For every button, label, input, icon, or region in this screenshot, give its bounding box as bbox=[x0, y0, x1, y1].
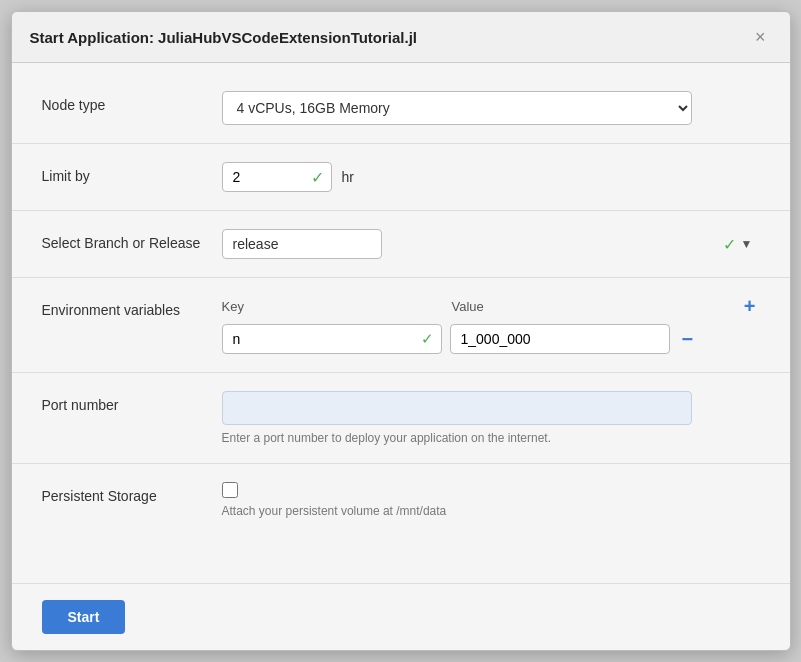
persistent-storage-checkbox[interactable] bbox=[222, 482, 238, 498]
branch-release-select[interactable]: release main bbox=[222, 229, 382, 259]
branch-release-label: Select Branch or Release bbox=[42, 229, 222, 251]
start-button[interactable]: Start bbox=[42, 600, 126, 634]
limit-input-wrap: ✓ bbox=[222, 162, 332, 192]
branch-select-wrap: release main ✓ ▼ bbox=[222, 229, 760, 259]
persistent-storage-row: Persistent Storage Attach your persisten… bbox=[12, 464, 790, 536]
env-key-input[interactable] bbox=[222, 324, 442, 354]
limit-check-icon: ✓ bbox=[311, 168, 324, 187]
limit-unit-label: hr bbox=[342, 169, 354, 185]
persistent-check-row bbox=[222, 482, 760, 498]
dialog-header: Start Application: JuliaHubVSCodeExtensi… bbox=[12, 12, 790, 63]
dialog-body: Node type 4 vCPUs, 16GB Memory2 vCPUs, 8… bbox=[12, 63, 790, 583]
env-remove-button[interactable]: − bbox=[678, 329, 698, 349]
env-key-wrap: ✓ bbox=[222, 324, 442, 354]
env-variables-row: Environment variables Key Value + ✓ bbox=[12, 278, 790, 373]
branch-arrow-icon: ▼ bbox=[741, 237, 753, 251]
env-key-check-icon: ✓ bbox=[421, 330, 434, 348]
env-variable-row: ✓ − bbox=[222, 324, 760, 354]
branch-release-row: Select Branch or Release release main ✓ … bbox=[12, 211, 790, 278]
dialog-title: Start Application: JuliaHubVSCodeExtensi… bbox=[30, 29, 418, 46]
env-variables-control: Key Value + ✓ − bbox=[222, 296, 760, 354]
persistent-storage-label: Persistent Storage bbox=[42, 482, 222, 504]
start-application-dialog: Start Application: JuliaHubVSCodeExtensi… bbox=[11, 11, 791, 651]
env-add-button[interactable]: + bbox=[740, 296, 760, 316]
persistent-row-inner: Attach your persistent volume at /mnt/da… bbox=[222, 482, 760, 518]
port-number-input[interactable] bbox=[222, 391, 692, 425]
limit-row-inner: ✓ hr bbox=[222, 162, 760, 192]
port-number-label: Port number bbox=[42, 391, 222, 413]
close-button[interactable]: × bbox=[749, 26, 772, 48]
limit-by-row: Limit by ✓ hr bbox=[12, 144, 790, 211]
env-value-input[interactable] bbox=[450, 324, 670, 354]
persistent-storage-control: Attach your persistent volume at /mnt/da… bbox=[222, 482, 760, 518]
env-col-key-header: Key bbox=[222, 299, 452, 314]
branch-release-control: release main ✓ ▼ bbox=[222, 229, 760, 259]
branch-check-icon: ✓ bbox=[723, 235, 736, 254]
dialog-footer: Start bbox=[12, 583, 790, 650]
limit-by-label: Limit by bbox=[42, 162, 222, 184]
port-number-row: Port number Enter a port number to deplo… bbox=[12, 373, 790, 464]
node-type-row: Node type 4 vCPUs, 16GB Memory2 vCPUs, 8… bbox=[12, 73, 790, 144]
env-col-value-header: Value bbox=[452, 299, 740, 314]
env-header-row: Key Value + bbox=[222, 296, 760, 316]
port-hint-text: Enter a port number to deploy your appli… bbox=[222, 431, 760, 445]
env-variables-label: Environment variables bbox=[42, 296, 222, 318]
port-number-control: Enter a port number to deploy your appli… bbox=[222, 391, 760, 445]
limit-by-control: ✓ hr bbox=[222, 162, 760, 192]
env-section: Key Value + ✓ − bbox=[222, 296, 760, 354]
node-type-label: Node type bbox=[42, 91, 222, 113]
node-type-select[interactable]: 4 vCPUs, 16GB Memory2 vCPUs, 8GB Memory8… bbox=[222, 91, 692, 125]
node-type-control: 4 vCPUs, 16GB Memory2 vCPUs, 8GB Memory8… bbox=[222, 91, 760, 125]
persistent-storage-hint: Attach your persistent volume at /mnt/da… bbox=[222, 504, 760, 518]
